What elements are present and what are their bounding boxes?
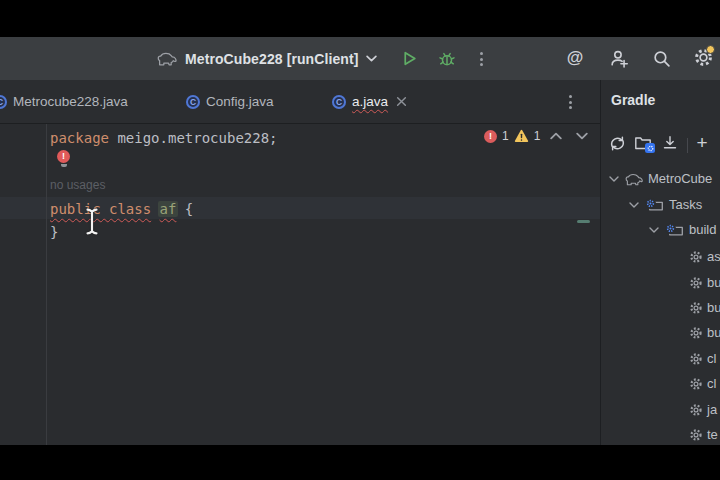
- plus-icon: +: [696, 133, 707, 152]
- gradle-task-row[interactable]: bu: [601, 274, 720, 293]
- gear-icon: [693, 47, 714, 68]
- class-name-token: af: [158, 201, 179, 217]
- ide-window: MetroCube228 [runClient] @: [0, 0, 720, 480]
- search-everywhere-button[interactable]: [651, 48, 672, 69]
- error-count-icon: !: [484, 130, 497, 143]
- ai-assistant-button[interactable]: @: [564, 47, 586, 69]
- gradle-task-gear-icon: [689, 428, 703, 442]
- chevron-down-icon[interactable]: [629, 202, 639, 208]
- gradle-task-row[interactable]: te: [601, 426, 720, 445]
- error-count: 1: [502, 129, 509, 143]
- gradle-task-gear-icon: [689, 276, 703, 290]
- gradle-task-gear-icon: [689, 250, 703, 264]
- kebab-menu-icon: [480, 52, 483, 66]
- tab-label: Metrocube228.java: [13, 94, 128, 109]
- code-line-close-brace: }: [50, 224, 58, 240]
- editor-tab-bar: C Metrocube228.java C Config.java C a.ja…: [0, 80, 600, 124]
- gradle-add-button[interactable]: +: [692, 131, 712, 153]
- chevron-down-icon: [366, 55, 377, 62]
- tab-label: a.java: [352, 94, 388, 109]
- java-class-icon: C: [186, 95, 200, 109]
- blue-badge: [645, 143, 655, 153]
- main-toolbar: MetroCube228 [runClient] @: [0, 37, 720, 80]
- gradle-task-row[interactable]: cl: [601, 350, 720, 369]
- code-line-class-decl: public classaf{: [50, 201, 193, 217]
- warning-count: 1: [534, 129, 541, 143]
- gradle-task-gear-icon: [689, 301, 703, 315]
- letterbox-bottom: [0, 445, 720, 480]
- warning-count-icon: [514, 129, 529, 143]
- kebab-menu-icon: [569, 95, 572, 109]
- gradle-tree-item-project[interactable]: MetroCube: [601, 170, 720, 189]
- java-class-icon: C: [0, 95, 7, 109]
- usages-hint[interactable]: no usages: [50, 178, 105, 192]
- gradle-logo-icon: [157, 52, 178, 66]
- gradle-tree-item-tasks[interactable]: Tasks: [601, 196, 720, 215]
- next-problem-icon[interactable]: [576, 132, 588, 140]
- tab-label: Config.java: [206, 94, 274, 109]
- more-actions-button[interactable]: [475, 50, 487, 68]
- gradle-task-gear-icon: [689, 352, 703, 366]
- ai-assistant-icon: @: [567, 48, 584, 68]
- gradle-panel-title: Gradle: [611, 92, 655, 108]
- gradle-task-gear-icon: [689, 377, 703, 391]
- inspections-widget[interactable]: ! 1 1: [484, 129, 588, 143]
- gradle-task-gear-icon: [689, 403, 703, 417]
- error-bulb-base: [61, 164, 67, 167]
- folder-sync-icon: [634, 135, 652, 151]
- close-tab-icon[interactable]: [396, 96, 407, 107]
- gradle-task-row[interactable]: bu: [601, 299, 720, 318]
- add-user-icon: [609, 49, 629, 68]
- code-editor[interactable]: packagemeigo.metrocube228; ! no usages p…: [0, 124, 600, 445]
- code-with-me-button[interactable]: [607, 47, 631, 69]
- gradle-refresh-button[interactable]: [607, 133, 627, 153]
- tab-a-java[interactable]: C a.java: [332, 80, 407, 123]
- run-configuration-selector[interactable]: MetroCube228 [runClient]: [157, 37, 377, 80]
- gradle-tree-item-build[interactable]: build: [601, 221, 720, 240]
- scrollbar-mark: [577, 220, 590, 223]
- gradle-download-sources-button[interactable]: [660, 133, 680, 153]
- chevron-down-icon[interactable]: [609, 176, 619, 182]
- debug-button[interactable]: [436, 48, 457, 69]
- gradle-task-row[interactable]: bu: [601, 324, 720, 343]
- chevron-down-icon[interactable]: [649, 227, 659, 233]
- tab-metrocube228-java[interactable]: C Metrocube228.java: [0, 80, 128, 123]
- search-icon: [652, 49, 671, 68]
- toolbar-separator: [687, 138, 688, 153]
- run-button[interactable]: [399, 48, 420, 69]
- play-icon: [401, 50, 418, 67]
- gradle-elephant-icon: [625, 173, 644, 186]
- gradle-task-gear-icon: [689, 326, 703, 340]
- tasks-folder-icon: [648, 198, 664, 212]
- error-bulb-icon[interactable]: !: [57, 150, 70, 163]
- tab-options-button[interactable]: [564, 93, 576, 111]
- run-config-label: MetroCube228 [runClient]: [185, 51, 359, 67]
- gear-badge-icon: [665, 223, 676, 234]
- letterbox-top: [0, 0, 720, 37]
- gear-badge-icon: [645, 198, 656, 209]
- settings-button[interactable]: [692, 46, 715, 69]
- build-folder-icon: [668, 223, 684, 237]
- refresh-icon: [609, 135, 626, 152]
- gutter-separator: [46, 124, 47, 445]
- gradle-task-row[interactable]: cl: [601, 375, 720, 394]
- gradle-task-row[interactable]: as: [601, 248, 720, 267]
- previous-problem-icon[interactable]: [550, 132, 562, 140]
- settings-notification-dot: [706, 45, 715, 54]
- gradle-tool-window: Gradle: [600, 80, 720, 445]
- code-line-package: packagemeigo.metrocube228;: [50, 130, 278, 146]
- gradle-task-row[interactable]: ja: [601, 401, 720, 420]
- ibeam-cursor: [85, 208, 99, 239]
- bug-icon: [438, 50, 456, 68]
- download-icon: [662, 135, 678, 151]
- java-class-icon: C: [332, 95, 346, 109]
- tab-config-java[interactable]: C Config.java: [186, 80, 274, 123]
- gradle-sync-all-button[interactable]: [632, 133, 654, 153]
